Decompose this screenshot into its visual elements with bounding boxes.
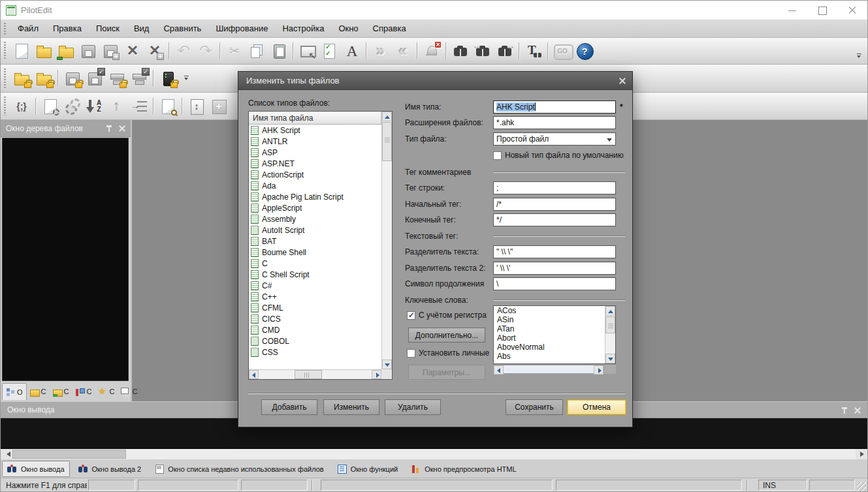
menu-item[interactable]: Настройка bbox=[275, 20, 331, 37]
save-as-button[interactable]: + bbox=[99, 40, 121, 62]
scroll-right-icon[interactable] bbox=[594, 365, 603, 375]
file-search-button[interactable] bbox=[157, 95, 179, 117]
toolbar-overflow-button[interactable] bbox=[856, 52, 863, 60]
close-file-button[interactable]: ✕ bbox=[121, 40, 144, 62]
find-previous-button[interactable]: ← bbox=[472, 40, 494, 62]
html-preview-window-tab[interactable]: Окно предпросмотра HTML bbox=[406, 461, 521, 477]
indent-button[interactable]: » bbox=[370, 40, 392, 62]
text-separator2-input[interactable]: ' \\ \' bbox=[493, 262, 616, 275]
line-tag-input[interactable]: ; bbox=[493, 181, 616, 194]
file-type-dropdown[interactable]: Простой файл bbox=[493, 132, 616, 146]
file-type-row[interactable]: C Shell Script bbox=[249, 269, 381, 280]
extensions-input[interactable]: *.ahk bbox=[493, 116, 616, 129]
close-all-files-button[interactable]: ✕+ bbox=[144, 40, 166, 62]
personal-settings-checkbox[interactable]: Установить личные па bbox=[407, 348, 490, 358]
undo-button[interactable]: ↶ bbox=[172, 40, 195, 62]
cut-button[interactable]: ✂ bbox=[223, 40, 246, 62]
file-type-row[interactable]: CMD bbox=[249, 324, 381, 335]
select-all-button[interactable]: ↖ bbox=[297, 40, 319, 62]
file-type-row[interactable]: Boume Shell bbox=[249, 247, 381, 258]
menu-item[interactable]: Справка bbox=[366, 20, 413, 37]
cancel-button[interactable]: Отмена bbox=[567, 399, 626, 415]
scroll-down-icon[interactable] bbox=[605, 354, 615, 363]
toolbar-grip[interactable] bbox=[3, 97, 7, 115]
scroll-down-icon[interactable] bbox=[382, 360, 392, 369]
menu-item[interactable]: Правка bbox=[46, 20, 89, 37]
minimize-button[interactable] bbox=[777, 1, 807, 20]
edit-column-mode-button[interactable]: ✓✓ bbox=[319, 40, 341, 62]
file-type-row[interactable]: COBOL bbox=[249, 335, 381, 346]
file-type-row[interactable]: CICS bbox=[249, 313, 381, 324]
output-window-tab[interactable]: Окно вывода bbox=[2, 461, 70, 477]
scroll-up-icon[interactable] bbox=[605, 306, 615, 316]
scroll-left-icon[interactable] bbox=[494, 365, 504, 375]
menubar-grip[interactable] bbox=[3, 23, 7, 35]
scroll-right-icon[interactable] bbox=[856, 449, 867, 459]
save-encrypted-button[interactable] bbox=[61, 67, 84, 89]
file-type-row[interactable]: Assembly bbox=[249, 213, 381, 224]
indent-settings-button[interactable]: → bbox=[128, 95, 150, 117]
line-spacing-button[interactable]: ↕ bbox=[185, 95, 208, 117]
scrollbar-thumb[interactable] bbox=[12, 450, 126, 459]
open-folder-button[interactable] bbox=[33, 40, 55, 62]
find-in-files-button[interactable]: T bbox=[522, 40, 545, 62]
output-window-2-tab[interactable]: Окно вывода 2 bbox=[74, 461, 146, 477]
continuation-input[interactable]: \ bbox=[493, 277, 616, 290]
paste-button[interactable] bbox=[268, 40, 290, 62]
file-type-row[interactable]: C# bbox=[249, 280, 381, 291]
save-button[interactable]: Сохранить bbox=[506, 399, 563, 415]
open-files-window-tab[interactable]: С bbox=[27, 383, 50, 400]
resize-grip[interactable] bbox=[857, 482, 866, 491]
scroll-left-icon[interactable] bbox=[249, 370, 259, 379]
unindent-button[interactable]: « bbox=[392, 40, 414, 62]
file-type-row[interactable]: ASP.NET bbox=[249, 158, 381, 169]
file-tree-body[interactable] bbox=[2, 138, 129, 381]
parameters-button[interactable]: Параметры... bbox=[408, 365, 485, 380]
scrollbar-thumb[interactable] bbox=[605, 316, 615, 333]
scroll-left-icon[interactable] bbox=[1, 449, 12, 459]
font-button[interactable]: A bbox=[341, 40, 363, 62]
copy-button[interactable] bbox=[246, 40, 268, 62]
help-button[interactable]: ? bbox=[573, 40, 596, 62]
keyword-row[interactable]: ASin bbox=[494, 315, 615, 324]
add-button[interactable]: Добавить bbox=[261, 399, 317, 415]
chart-window-tab[interactable]: С bbox=[72, 383, 95, 400]
pin-icon[interactable] bbox=[841, 407, 848, 414]
file-type-row[interactable]: AppleScript bbox=[249, 202, 381, 213]
toolbar-grip[interactable] bbox=[3, 42, 7, 60]
dialog-close-icon[interactable] bbox=[619, 78, 626, 84]
windows-list-window-tab[interactable]: С bbox=[118, 383, 140, 400]
transfer-encrypted-button[interactable] bbox=[106, 67, 128, 89]
file-tree-window-tab[interactable]: О bbox=[2, 383, 27, 400]
advanced-button[interactable]: Дополнительно... bbox=[408, 328, 485, 343]
scroll-up-icon[interactable] bbox=[382, 112, 392, 121]
remote-files-window-tab[interactable]: С bbox=[50, 383, 72, 400]
file-type-row[interactable]: CSS bbox=[249, 346, 381, 358]
encrypt-folder-button[interactable] bbox=[10, 67, 33, 89]
clear-bookmarks-button[interactable]: ✕ bbox=[421, 40, 443, 62]
find-next-button[interactable]: → bbox=[494, 40, 516, 62]
find-button[interactable] bbox=[449, 40, 472, 62]
file-type-row[interactable]: BAT bbox=[249, 236, 381, 247]
functions-window-tab[interactable]: Окно функций bbox=[332, 461, 403, 477]
menu-item[interactable]: Окно bbox=[331, 20, 365, 37]
file-type-row[interactable]: AutoIt Script bbox=[249, 224, 381, 236]
list-column-header[interactable]: Имя типа файла bbox=[249, 112, 381, 125]
file-settings-button[interactable] bbox=[39, 95, 61, 117]
goto-line-button[interactable]: GO bbox=[551, 40, 573, 62]
toolbar-grip[interactable] bbox=[3, 69, 7, 87]
file-type-row[interactable]: ASP bbox=[249, 147, 381, 158]
file-type-row[interactable]: CFML bbox=[249, 302, 381, 313]
maximize-button[interactable] bbox=[807, 1, 837, 20]
scrollbar-thumb[interactable] bbox=[382, 122, 392, 161]
close-button[interactable] bbox=[837, 1, 867, 20]
file-type-row[interactable]: Apache Pig Latin Script bbox=[249, 191, 381, 202]
file-type-row[interactable]: C bbox=[249, 258, 381, 269]
save-decrypted-button[interactable]: ✓ bbox=[84, 67, 106, 89]
encrypt-drive-button[interactable] bbox=[157, 67, 179, 89]
delete-button[interactable]: Удалить bbox=[385, 399, 441, 415]
sort-button[interactable]: AZ bbox=[84, 95, 106, 117]
file-type-row[interactable]: ActionScript bbox=[249, 169, 381, 180]
start-tag-input[interactable]: /* bbox=[493, 198, 616, 211]
toolbar-overflow-button[interactable] bbox=[183, 74, 191, 82]
